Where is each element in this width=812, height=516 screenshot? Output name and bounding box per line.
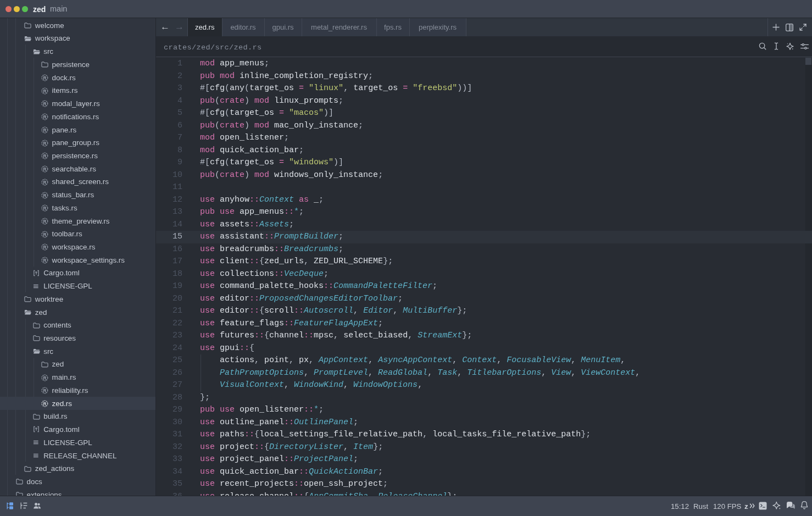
svg-text:R: R (43, 88, 46, 93)
svg-text:R: R (43, 179, 46, 185)
svg-text:R: R (43, 388, 46, 393)
svg-text:R: R (43, 219, 46, 224)
svg-text:R: R (43, 114, 46, 120)
svg-text:R: R (43, 75, 46, 81)
svg-text:R: R (43, 258, 46, 263)
svg-text:R: R (43, 153, 46, 159)
svg-text:R: R (43, 101, 46, 107)
svg-text:R: R (43, 231, 46, 237)
svg-text:R: R (43, 375, 46, 380)
svg-text:R: R (43, 140, 46, 146)
svg-text:R: R (43, 167, 46, 172)
svg-text:R: R (43, 245, 46, 250)
svg-text:R: R (43, 401, 46, 407)
svg-text:R: R (43, 192, 46, 198)
svg-text:R: R (43, 127, 46, 133)
svg-text:R: R (43, 206, 46, 211)
